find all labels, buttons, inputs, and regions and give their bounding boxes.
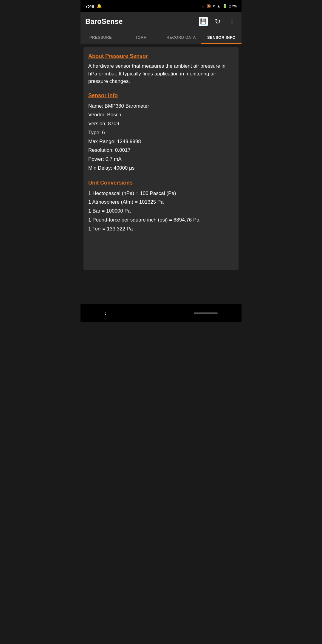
- bottom-nav: ‹: [80, 304, 242, 322]
- conversion-psi: 1 Pound-force per square inch (psi) = 68…: [88, 216, 234, 225]
- about-text: A hardware sensor that measures the ambi…: [88, 62, 234, 85]
- sensor-info-heading: Sensor Info: [88, 92, 234, 99]
- sensor-detail-version: Version: 8709: [88, 119, 234, 128]
- bluetooth-icon: ⬦: [202, 4, 205, 8]
- sensor-detail-max-range: Max Range: 1249.9998: [88, 137, 234, 146]
- tab-pressure[interactable]: PRESSURE: [80, 31, 121, 44]
- status-left: 7:48 🔔: [85, 4, 102, 9]
- battery-percent: 27%: [229, 4, 237, 8]
- conversion-atm: 1 Atmosphere (Atm) = 101325 Pa: [88, 198, 234, 207]
- status-right: ⬦ 🔕 ▾ ▲ 🔋 27%: [202, 4, 237, 8]
- refresh-button[interactable]: ↻: [213, 17, 222, 26]
- signal-icon: ▲: [217, 4, 221, 8]
- sensor-info-section: Sensor Info Name: BMP380 Barometer Vendo…: [88, 92, 234, 173]
- sensor-detail-resolution: Resolution: 0.0017: [88, 146, 234, 155]
- refresh-icon: ↻: [215, 17, 221, 26]
- conversion-bar: 1 Bar = 100000 Pa: [88, 207, 234, 216]
- unit-conversions-heading: Unit Conversions: [88, 180, 234, 186]
- tab-sensor-info[interactable]: SENSOR INFO: [201, 31, 242, 44]
- sensor-detail-type: Type: 6: [88, 128, 234, 137]
- wifi-icon: ▾: [213, 4, 215, 8]
- status-time: 7:48: [85, 4, 94, 9]
- tab-record-data[interactable]: RECORD DATA: [161, 31, 201, 44]
- sensor-detail-name: Name: BMP380 Barometer: [88, 102, 234, 111]
- save-icon: 💾: [200, 18, 207, 25]
- conversion-torr: 1 Torr = 133.322 Pa: [88, 225, 234, 233]
- save-button[interactable]: 💾: [199, 17, 208, 26]
- home-indicator[interactable]: [194, 312, 218, 314]
- sensor-detail-vendor: Vendor: Bosch: [88, 110, 234, 119]
- about-heading: About Pressure Sensor: [88, 53, 234, 59]
- app-title: BaroSense: [85, 17, 123, 26]
- tab-torr[interactable]: TORR: [121, 31, 161, 44]
- mute-icon: 🔕: [206, 4, 211, 8]
- more-options-button[interactable]: ⋮: [227, 17, 237, 26]
- notification-icon: 🔔: [97, 4, 102, 8]
- back-button[interactable]: ‹: [104, 310, 106, 317]
- about-section: About Pressure Sensor A hardware sensor …: [88, 53, 234, 85]
- app-bar-actions: 💾 ↻ ⋮: [199, 17, 237, 26]
- conversion-hpa: 1 Hectopascal (hPa) = 100 Pascal (Pa): [88, 189, 234, 198]
- sensor-detail-power: Power: 0.7 mA: [88, 155, 234, 164]
- sensor-info-content: About Pressure Sensor A hardware sensor …: [83, 47, 239, 270]
- battery-icon: 🔋: [222, 4, 227, 8]
- more-icon: ⋮: [229, 18, 236, 25]
- sensor-detail-min-delay: Min Delay: 40000 μs: [88, 164, 234, 173]
- status-bar: 7:48 🔔 ⬦ 🔕 ▾ ▲ 🔋 27%: [80, 0, 242, 12]
- app-bar: BaroSense 💾 ↻ ⋮: [80, 12, 242, 31]
- unit-conversions-section: Unit Conversions 1 Hectopascal (hPa) = 1…: [88, 180, 234, 233]
- tab-bar: PRESSURE TORR RECORD DATA SENSOR INFO: [80, 31, 242, 44]
